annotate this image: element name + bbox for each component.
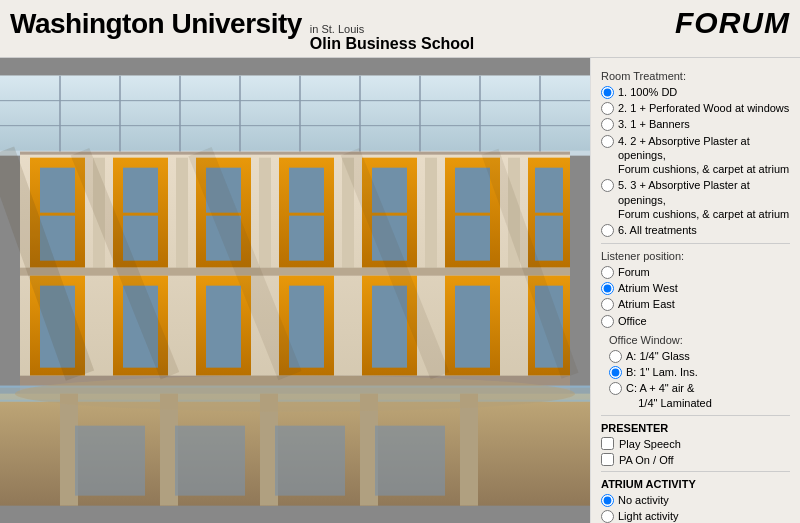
office-window-section: Office Window: A: 1/4" Glass B: 1" Lam. … <box>609 334 790 410</box>
office-window-label-b: B: 1" Lam. Ins. <box>626 365 698 379</box>
svg-rect-70 <box>375 425 445 495</box>
listener-label-atrium-east: Atrium East <box>618 297 675 311</box>
building-svg <box>0 58 590 523</box>
office-window-label-a: A: 1/4" Glass <box>626 349 690 363</box>
pa-on-off-checkbox[interactable] <box>601 453 614 466</box>
atrium-radio-light-activity[interactable] <box>601 510 614 523</box>
listener-label-office: Office <box>618 314 647 328</box>
atrium-activity-light: Light activity <box>601 509 790 523</box>
room-treatment-item-1: 1. 100% DD <box>601 85 790 99</box>
office-window-label-c: C: A + 4" air & 1/4" Laminated <box>626 381 712 410</box>
olin-label: Olin Business School <box>310 35 474 53</box>
presenter-label: PRESENTER <box>601 422 790 434</box>
room-treatment-item-2: 2. 1 + Perforated Wood at windows <box>601 101 790 115</box>
room-treatment-label: Room Treatment: <box>601 70 790 82</box>
room-treatment-radio-6[interactable] <box>601 224 614 237</box>
room-treatment-group: 1. 100% DD 2. 1 + Perforated Wood at win… <box>601 85 790 238</box>
presenter-pa-on-off: PA On / Off <box>601 453 790 466</box>
university-name: Washington University <box>10 8 302 40</box>
room-treatment-radio-3[interactable] <box>601 118 614 131</box>
divider-1 <box>601 243 790 244</box>
pa-on-off-label: PA On / Off <box>619 454 674 466</box>
control-panel: Room Treatment: 1. 100% DD 2. 1 + Perfor… <box>590 58 800 523</box>
atrium-activity-no: No activity <box>601 493 790 507</box>
play-speech-checkbox[interactable] <box>601 437 614 450</box>
office-window-label: Office Window: <box>609 334 790 346</box>
office-window-group: A: 1/4" Glass B: 1" Lam. Ins. C: A + 4" … <box>609 349 790 410</box>
listener-position-label: Listener position: <box>601 250 790 262</box>
room-treatment-label-2: 2. 1 + Perforated Wood at windows <box>618 101 789 115</box>
atrium-label-no-activity: No activity <box>618 493 669 507</box>
atrium-activity-group: No activity Light activity Busy lunchtim… <box>601 493 790 523</box>
play-speech-label: Play Speech <box>619 438 681 450</box>
listener-radio-atrium-west[interactable] <box>601 282 614 295</box>
svg-rect-69 <box>275 425 345 495</box>
room-treatment-radio-1[interactable] <box>601 86 614 99</box>
room-treatment-radio-5[interactable] <box>601 179 614 192</box>
divider-3 <box>601 471 790 472</box>
room-treatment-radio-4[interactable] <box>601 135 614 148</box>
building-image <box>0 58 590 523</box>
listener-item-office: Office <box>601 314 790 328</box>
header: Washington University in St. Louis Olin … <box>0 0 800 58</box>
forum-label: FORUM <box>675 6 790 40</box>
room-treatment-item-5: 5. 3 + Absorptive Plaster at openings,Fo… <box>601 178 790 221</box>
room-treatment-item-6: 6. All treatments <box>601 223 790 237</box>
svg-rect-68 <box>175 425 245 495</box>
room-treatment-label-6: 6. All treatments <box>618 223 697 237</box>
svg-rect-1 <box>0 75 590 150</box>
office-window-radio-c[interactable] <box>609 382 622 395</box>
room-treatment-label-3: 3. 1 + Banners <box>618 117 690 131</box>
atrium-label-light-activity: Light activity <box>618 509 679 523</box>
room-treatment-item-3: 3. 1 + Banners <box>601 117 790 131</box>
listener-item-atrium-west: Atrium West <box>601 281 790 295</box>
listener-radio-atrium-east[interactable] <box>601 298 614 311</box>
listener-radio-forum[interactable] <box>601 266 614 279</box>
room-treatment-radio-2[interactable] <box>601 102 614 115</box>
main-content: Room Treatment: 1. 100% DD 2. 1 + Perfor… <box>0 58 800 523</box>
listener-label-atrium-west: Atrium West <box>618 281 678 295</box>
presenter-play-speech: Play Speech <box>601 437 790 450</box>
svg-rect-66 <box>460 393 478 505</box>
listener-label-forum: Forum <box>618 265 650 279</box>
room-treatment-label-5: 5. 3 + Absorptive Plaster at openings,Fo… <box>618 178 790 221</box>
svg-rect-67 <box>75 425 145 495</box>
atrium-radio-no-activity[interactable] <box>601 494 614 507</box>
listener-item-atrium-east: Atrium East <box>601 297 790 311</box>
room-treatment-label-1: 1. 100% DD <box>618 85 677 99</box>
office-window-item-b: B: 1" Lam. Ins. <box>609 365 790 379</box>
st-louis-label: in St. Louis <box>310 23 474 35</box>
room-treatment-label-4: 4. 2 + Absorptive Plaster at openings,Fo… <box>618 134 790 177</box>
divider-2 <box>601 415 790 416</box>
listener-item-forum: Forum <box>601 265 790 279</box>
atrium-activity-label: ATRIUM ACTIVITY <box>601 478 790 490</box>
header-middle: in St. Louis Olin Business School <box>310 23 474 53</box>
office-window-item-a: A: 1/4" Glass <box>609 349 790 363</box>
listener-radio-office[interactable] <box>601 315 614 328</box>
office-window-radio-a[interactable] <box>609 350 622 363</box>
listener-position-group: Forum Atrium West Atrium East Office <box>601 265 790 328</box>
office-window-radio-b[interactable] <box>609 366 622 379</box>
office-window-item-c: C: A + 4" air & 1/4" Laminated <box>609 381 790 410</box>
room-treatment-item-4: 4. 2 + Absorptive Plaster at openings,Fo… <box>601 134 790 177</box>
